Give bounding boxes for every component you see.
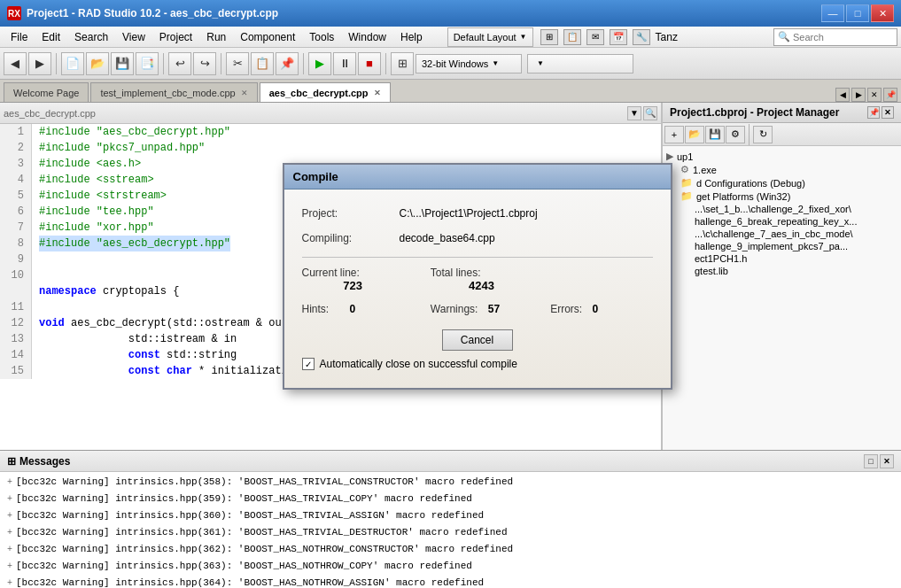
undo-button[interactable]: ↩ (168, 52, 191, 75)
menu-file[interactable]: File (4, 29, 35, 45)
toolbar-icon-5[interactable]: 🔧 (633, 29, 650, 45)
minimize-button[interactable]: — (821, 4, 844, 22)
tree-item-challenge2[interactable]: ...\set_1_b...\challenge_2_fixed_xor\ (666, 203, 897, 215)
sidebar-close-button[interactable]: ✕ (882, 106, 894, 119)
auto-close-checkbox[interactable]: ✓ (302, 358, 315, 370)
expand-icon[interactable]: + (7, 491, 12, 507)
menu-project[interactable]: Project (152, 29, 199, 45)
hints-label: Hints: (302, 303, 330, 315)
menu-window[interactable]: Window (341, 29, 393, 45)
platform-dropdown[interactable]: 32-bit Windows ▼ (416, 54, 522, 74)
save-button[interactable]: 💾 (111, 52, 134, 75)
tree-exe-icon: ⚙ (680, 164, 689, 175)
expand-icon[interactable]: + (7, 508, 12, 523)
tab-close-aes[interactable]: ✕ (374, 89, 381, 97)
expand-icon[interactable]: + (7, 576, 12, 588)
toolbar-icon-2[interactable]: 📋 (563, 29, 581, 45)
menu-view[interactable]: View (115, 29, 152, 45)
toolbar-icon-4[interactable]: 📅 (610, 29, 627, 45)
messages-title: Messages (19, 455, 70, 468)
dialog-project-value: C:\...\Project1\Project1.cbproj (400, 207, 653, 220)
dialog-title-text: Compile (293, 170, 338, 183)
close-button[interactable]: ✕ (871, 4, 894, 22)
menu-edit[interactable]: Edit (35, 29, 67, 45)
errors-value: 0 (593, 303, 599, 315)
tree-item-label: d Configurations (Debug) (696, 178, 805, 189)
tree-item-label: hallenge_9_implement_pkcs7_pa... (695, 241, 848, 251)
toolbar-icon-3[interactable]: ✉ (586, 29, 604, 45)
menu-help[interactable]: Help (393, 29, 430, 45)
step-over-button[interactable]: ⏸ (333, 52, 356, 75)
sb-refresh-button[interactable]: ↻ (753, 126, 773, 143)
tab-close-all[interactable]: ✕ (867, 88, 882, 102)
cut-button[interactable]: ✂ (226, 52, 249, 75)
toolbar-icon-1[interactable]: ⊞ (540, 29, 558, 45)
sidebar-pin-button[interactable]: 📌 (867, 106, 880, 119)
tab-scroll-right[interactable]: ▶ (851, 88, 866, 102)
new-file-button[interactable]: 📄 (61, 52, 84, 75)
tree-item-challenge9[interactable]: hallenge_9_implement_pkcs7_pa... (666, 240, 897, 252)
redo-button[interactable]: ↪ (193, 52, 216, 75)
tree-item-challenge7[interactable]: ...\c\challenge_7_aes_in_cbc_mode\ (666, 228, 897, 240)
tab-welcome-page[interactable]: Welcome Page (4, 82, 89, 102)
tab-test-implement[interactable]: test_implement_cbc_mode.cpp ✕ (90, 82, 257, 102)
checkbox-label: Automatically close on successful compil… (320, 358, 517, 370)
tab-aes-cbc-decrypt[interactable]: aes_cbc_decrypt.cpp ✕ (260, 82, 391, 102)
maximize-button[interactable]: □ (846, 4, 869, 22)
editor-dropdown[interactable]: ▼ (627, 106, 641, 120)
sidebar-title: Project1.cbproj - Project Manager (670, 106, 839, 119)
tree-item-exe[interactable]: ⚙ 1.exe (666, 163, 897, 176)
messages-close-button[interactable]: ✕ (880, 454, 894, 468)
layout-dropdown[interactable]: Default Layout ▼ (447, 27, 533, 47)
tree-item-debug[interactable]: 📁 d Configurations (Debug) (666, 176, 897, 190)
project-manager-sidebar: Project1.cbproj - Project Manager 📌 ✕ + … (662, 103, 901, 450)
back-button[interactable]: ◀ (4, 52, 27, 75)
menu-component[interactable]: Component (233, 29, 302, 45)
toolbar-separator-5 (385, 53, 386, 74)
sb-folder-button[interactable]: 📂 (685, 126, 704, 143)
sb-save-button[interactable]: 💾 (705, 126, 725, 143)
compile-dialog[interactable]: Compile Project: C:\...\Project1\Project… (283, 163, 672, 390)
expand-icon[interactable]: + (7, 559, 12, 574)
messages-content[interactable]: +[bcc32c Warning] intrinsics.hpp(358): '… (0, 472, 901, 588)
hints-value: 0 (350, 303, 356, 315)
menu-search[interactable]: Search (67, 29, 115, 45)
sb-options-button[interactable]: ⚙ (726, 126, 745, 143)
cancel-button[interactable]: Cancel (442, 329, 513, 351)
tree-item-label: get Platforms (Win32) (696, 191, 790, 202)
tree-item-gtest[interactable]: gtest.lib (666, 265, 897, 277)
forward-button[interactable]: ▶ (28, 52, 51, 75)
tree-item-pch1[interactable]: ect1PCH1.h (666, 252, 897, 265)
sidebar-header: Project1.cbproj - Project Manager 📌 ✕ (663, 103, 901, 123)
editor-search[interactable]: 🔍 (643, 106, 657, 120)
expand-icon[interactable]: + (7, 525, 12, 540)
total-lines-label: Total lines: (431, 267, 532, 279)
search-box[interactable]: 🔍 (773, 28, 897, 46)
menu-run[interactable]: Run (199, 29, 233, 45)
stop-button[interactable]: ■ (358, 52, 381, 75)
run-button[interactable]: ▶ (308, 52, 331, 75)
tree-item-up1[interactable]: ▶ up1 (666, 150, 897, 163)
search-input[interactable] (793, 32, 890, 43)
tree-item-label: ...\set_1_b...\challenge_2_fixed_xor\ (695, 204, 851, 214)
tree-item-challenge6[interactable]: hallenge_6_break_repeating_key_x... (666, 215, 897, 228)
build-config-button[interactable]: ⊞ (391, 52, 414, 75)
sb-add-button[interactable]: + (664, 126, 684, 143)
menu-tools[interactable]: Tools (302, 29, 341, 45)
main-toolbar: ◀ ▶ 📄 📂 💾 📑 ↩ ↪ ✂ 📋 📌 ▶ ⏸ ■ ⊞ 32-bit Win… (0, 48, 901, 80)
save-all-button[interactable]: 📑 (136, 52, 159, 75)
code-line-1: 1 #include "aes_cbc_decrypt.hpp" (0, 124, 661, 140)
messages-expand-button[interactable]: □ (864, 454, 878, 468)
config-dropdown[interactable]: ▼ (527, 54, 633, 74)
dialog-checkbox-row[interactable]: ✓ Automatically close on successful comp… (302, 358, 653, 370)
expand-icon[interactable]: + (7, 542, 12, 557)
tab-close-test[interactable]: ✕ (241, 89, 248, 97)
paste-button[interactable]: 📌 (276, 52, 299, 75)
tab-scroll-left[interactable]: ◀ (835, 88, 850, 102)
copy-button[interactable]: 📋 (251, 52, 274, 75)
tree-item-win32[interactable]: 📁 get Platforms (Win32) (666, 190, 897, 203)
expand-icon[interactable]: + (7, 475, 12, 490)
dialog-stats-row: Current line: 723 Total lines: 4243 (302, 267, 653, 292)
tab-pin[interactable]: 📌 (883, 88, 897, 102)
open-file-button[interactable]: 📂 (86, 52, 109, 75)
